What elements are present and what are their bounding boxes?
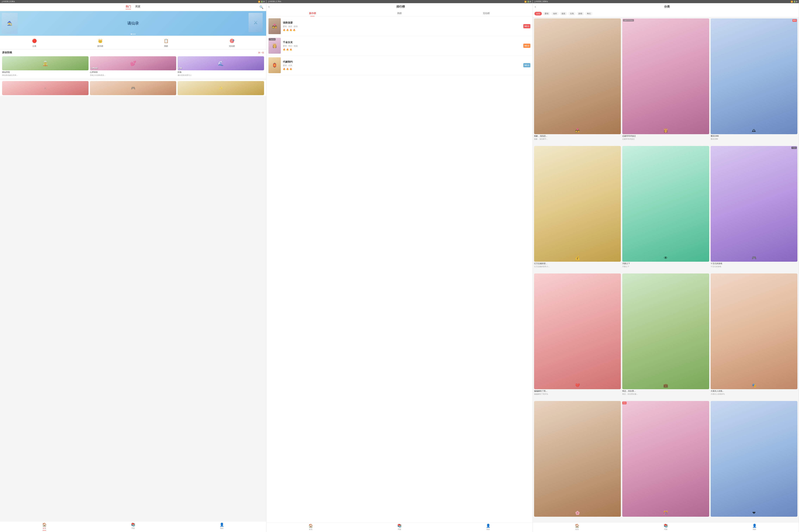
p3-thumb-7: 💔 [534, 273, 621, 389]
nav-new-rank-label: 新作榜 [97, 45, 103, 48]
p3-item-11[interactable]: 恭喜 🎊 [622, 401, 709, 521]
p3-title-9: 大佬夫人在线... [711, 390, 797, 392]
bottom-nav3-shelf[interactable]: 📚 书架 [664, 524, 668, 531]
bottom-nav-1: 🏠 首页 📚 书架 👤 我的 [0, 521, 266, 532]
banner-dots [131, 34, 135, 35]
rank-item-1[interactable]: 💑 强势宠爱 爱情 · 搞笑 · 剧情 🔥 🔥 🔥 🔥 NO:1 [266, 17, 532, 36]
comic-desc-3: 傻白甜真龙爱凡人 [178, 74, 264, 76]
tab-weekly[interactable]: 周更 [135, 5, 141, 9]
p3-title-3: 重回1986 [711, 135, 797, 137]
filter-ancient[interactable]: 古风 [568, 12, 576, 16]
p3-item-7[interactable]: 💔 偏偏嫁给了死... 偏偏嫁给了死对头 [534, 273, 621, 400]
rank-badge-2: NO:2 [523, 44, 530, 48]
p3-item-3[interactable]: 重回 🕰 重回1986 重回1986 [711, 18, 797, 145]
filter-all[interactable]: 全部 [534, 12, 542, 16]
p3-title-5: 天眼之下 [622, 262, 709, 265]
p3-header: ‹ 分类 [533, 3, 799, 11]
p3-item-10[interactable]: 🌸 [534, 401, 621, 521]
comic-thumb-3: 归海 🌊 [178, 56, 264, 70]
rank-info-2: 千金女友 爱情 · 奇幻 · 校园 🔥 🔥 🔥 [281, 41, 523, 51]
section-more-btn[interactable]: 换一批 [258, 51, 264, 54]
p1-banner[interactable]: 谪仙录 ⚔ 🧙 [0, 11, 266, 36]
comic-item-6[interactable]: ✨ [178, 81, 264, 95]
comic-item-1[interactable]: 🧝 神仙学院 神仙角色融合其神... [2, 56, 89, 76]
shelf-icon-3: 📚 [664, 524, 668, 528]
p3-item-8[interactable]: 💼 韩总，你女票... 韩总，你女票全服... [622, 273, 709, 400]
bottom-nav2-profile[interactable]: 👤 我的 [486, 524, 490, 531]
filter-drama[interactable]: 剧情 [577, 12, 584, 16]
comic-item-4[interactable]: ⚔ [2, 81, 89, 95]
p3-title-4: 亿万总裁的贫... [534, 262, 621, 265]
p3-sub-2: 总裁哥哥求放过 [622, 138, 709, 140]
nav-finished-rank[interactable]: 🎯 完结榜 [229, 38, 235, 48]
p3-sub-5: 天眼之下 [622, 265, 709, 268]
filter-comedy[interactable]: 搞笑 [560, 12, 567, 16]
filter-romance[interactable]: 爱情 [543, 12, 550, 16]
weekly-rank-icon: 📋 [163, 38, 169, 44]
comic-thumb-5: 🎮 [90, 81, 176, 95]
bottom-nav3-home[interactable]: 🏠 首页 [575, 524, 579, 531]
bottom-nav-profile[interactable]: 👤 我的 [220, 522, 224, 531]
rank-stars-2: 🔥 🔥 🔥 [283, 49, 523, 51]
back-btn-3[interactable]: ‹ [535, 5, 536, 8]
rank-item-3[interactable]: 🏮 代嫁契约 爱情 · 古风 🔥 🔥 🔥 NO:3 [266, 56, 532, 75]
comic-overlay-2: 心声绯绯 [91, 67, 98, 69]
comic-item-5[interactable]: 🎮 [90, 81, 176, 95]
p3-sub-8: 韩总，你女票全服... [622, 393, 709, 395]
shelf-label: 书架 [131, 527, 135, 530]
comic-title-2: 心声绯绯 [90, 71, 176, 74]
p1-comics-row1: 🧝 神仙学院 神仙角色融合其神... 心声绯绯 💕 心声绯绯 异能少女拯救霸道.… [0, 56, 266, 79]
rank-stars-3: 🔥 🔥 🔥 [283, 68, 523, 70]
p3-item-4[interactable]: 💰 亿万总裁的贫... 亿万总裁的贫民小... [534, 146, 621, 272]
p1-comics-row2: ⚔ 🎮 ✨ [0, 80, 266, 96]
rank-badge-1: NO:1 [523, 24, 530, 28]
new-rank-icon: 👑 [97, 38, 103, 44]
comic-item-2[interactable]: 心声绯绯 💕 心声绯绯 异能少女拯救霸道... [90, 56, 176, 76]
comic-title-1: 神仙学院 [2, 71, 89, 74]
bottom-nav2-shelf[interactable]: 📚 书架 [397, 524, 402, 531]
search-icon[interactable]: 🔍 [259, 5, 264, 9]
nav-new-rank[interactable]: 👑 新作榜 [97, 38, 103, 48]
p3-item-5[interactable]: 👁 天眼之下 天眼之下 [622, 146, 709, 272]
status-icons-3: 📶 🔋28 [791, 1, 797, 3]
comic-thumb-2: 心声绯绯 💕 [90, 56, 176, 70]
tab-week-rank[interactable]: 周榜 [395, 11, 404, 16]
rank-thumb-3: 🏮 [269, 57, 281, 73]
filter-action[interactable]: 动作 [551, 12, 559, 16]
p3-sub-3: 重回1986 [711, 138, 797, 140]
shelf-icon: 📚 [131, 522, 135, 527]
p3-thumb-8: 💼 [622, 273, 709, 389]
comic-item-3[interactable]: 归海 🌊 归海 傻白甜真龙爱凡人 [178, 56, 264, 76]
nav-category[interactable]: 🔴 分类 [31, 38, 37, 48]
tab-hot[interactable]: 热门 [126, 5, 131, 9]
p3-thumb-4: 💰 [534, 146, 621, 262]
bottom-nav2-home[interactable]: 🏠 首页 [309, 524, 313, 531]
shelf-label-2: 书架 [398, 528, 401, 531]
p3-item-1[interactable]: 💑 抱歉，顶流恋... 抱歉，顶流爱不... [534, 18, 621, 145]
filter-fantasy[interactable]: 奇幻 [585, 12, 593, 16]
bottom-nav-2: 🏠 首页 📚 书架 👤 我的 [266, 522, 532, 532]
p3-item-12[interactable]: ❤ [711, 401, 797, 521]
rank-tags-2: 爱情 · 奇幻 · 校园 [283, 45, 523, 47]
p3-item-6[interactable]: 十五亿 🎮 十五亿的游戏 十五亿的游戏 [711, 146, 797, 272]
bottom-nav3-profile[interactable]: 👤 我的 [752, 524, 757, 531]
back-btn-2[interactable]: ‹ [269, 5, 270, 8]
p3-item-9[interactable]: 🎭 大佬夫人在线... 大佬夫人在线掉马 [711, 273, 797, 400]
tab-finished-rank[interactable]: 完结榜 [481, 11, 492, 16]
p3-thumb-1: 💑 [534, 18, 621, 134]
shelf-icon-2: 📚 [397, 524, 402, 528]
profile-icon-2: 👤 [486, 524, 490, 528]
p3-filter-bar: 全部 爱情 动作 搞笑 古风 剧情 奇幻 [533, 11, 799, 17]
p2-header: ‹ 排行榜 [266, 3, 532, 11]
bottom-nav-home[interactable]: 🏠 首页 [42, 522, 47, 531]
p3-item-2[interactable]: 👸 总裁哥哥求放过 总裁哥哥求放过 总裁哥哥求放过 [622, 18, 709, 145]
nav-weekly-rank[interactable]: 📋 周榜 [163, 38, 169, 48]
comic-overlay-3: 归海 [178, 67, 182, 69]
home-label-3: 首页 [575, 528, 579, 531]
comic-thumb-4: ⚔ [2, 81, 89, 95]
rank-item-2[interactable]: 👸 千金女友 千金女友 爱情 · 奇幻 · 校园 🔥 🔥 🔥 NO:2 [266, 36, 532, 56]
tab-new-rank[interactable]: 新作榜 [307, 11, 318, 16]
home-label: 首页 [42, 527, 46, 530]
bottom-nav-shelf[interactable]: 📚 书架 [131, 522, 135, 531]
rank-list: 💑 强势宠爱 爱情 · 搞笑 · 剧情 🔥 🔥 🔥 🔥 NO:1 👸 千金女友 [266, 17, 532, 522]
